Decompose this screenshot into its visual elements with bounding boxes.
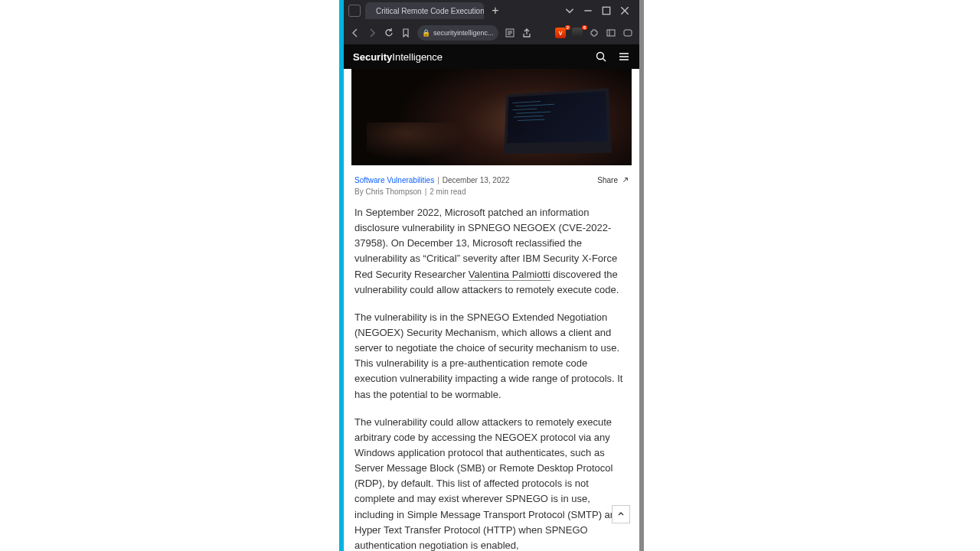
new-tab-button[interactable]: +	[488, 4, 502, 18]
reader-icon[interactable]	[505, 28, 515, 38]
lock-icon: 🔒	[422, 29, 430, 37]
researcher-link[interactable]: Valentina Palmiotti	[469, 269, 550, 281]
url-bar[interactable]: 🔒 securityintelligenc...	[417, 25, 498, 41]
article-p1: In September 2022, Microsoft patched an …	[354, 205, 629, 298]
back-icon[interactable]	[350, 28, 361, 38]
publish-date: December 13, 2022	[443, 176, 510, 184]
minimize-icon[interactable]	[583, 5, 593, 16]
share-icon[interactable]	[521, 28, 532, 38]
site-header: SecurityIntelligence	[344, 44, 639, 69]
window-controls	[564, 5, 635, 16]
scroll-top-button[interactable]	[612, 505, 630, 523]
article-p3: The vulnerability could allow attackers …	[354, 415, 629, 551]
app-icon	[348, 5, 361, 17]
maximize-icon[interactable]	[601, 5, 612, 16]
menu-icon[interactable]	[618, 51, 630, 63]
url-text: securityintelligenc...	[433, 29, 494, 37]
article-p2: The vulnerability is in the SPNEGO Exten…	[354, 310, 629, 403]
article-body: In September 2022, Microsoft patched an …	[344, 205, 639, 551]
browser-toolbar: 🔒 securityintelligenc... V2 6	[344, 21, 639, 44]
browser-tab[interactable]: Critical Remote Code Execution V	[365, 2, 484, 19]
profile-icon[interactable]	[622, 28, 633, 38]
window-dropdown-icon[interactable]	[564, 5, 575, 16]
hero-image	[351, 69, 632, 165]
mobile-browser-window: Critical Remote Code Execution V + 🔒 sec…	[339, 0, 644, 551]
sidebar-icon[interactable]	[606, 28, 616, 38]
article-meta: Software Vulnerabilities | December 13, …	[344, 165, 639, 187]
tab-title: Critical Remote Code Execution V	[376, 7, 484, 15]
svg-rect-3	[624, 30, 632, 36]
extensions-icon[interactable]	[589, 28, 599, 38]
forward-icon[interactable]	[367, 28, 377, 38]
svg-rect-2	[607, 30, 615, 36]
browser-chrome: Critical Remote Code Execution V + 🔒 sec…	[344, 0, 639, 44]
share-button[interactable]: Share	[597, 176, 629, 184]
category-link[interactable]: Software Vulnerabilities	[354, 176, 434, 184]
search-icon[interactable]	[595, 51, 607, 63]
brave-wallet-icon[interactable]: 6	[572, 28, 583, 38]
brave-shields-icon[interactable]: V2	[555, 28, 566, 38]
tab-row: Critical Remote Code Execution V +	[344, 0, 639, 21]
bookmark-icon[interactable]	[400, 28, 411, 38]
byline: By Chris Thompson|2 min read	[344, 187, 639, 205]
close-window-icon[interactable]	[619, 5, 630, 16]
svg-rect-0	[603, 7, 609, 14]
svg-point-4	[597, 53, 604, 60]
reload-icon[interactable]	[384, 28, 394, 38]
site-logo[interactable]: SecurityIntelligence	[353, 51, 443, 63]
